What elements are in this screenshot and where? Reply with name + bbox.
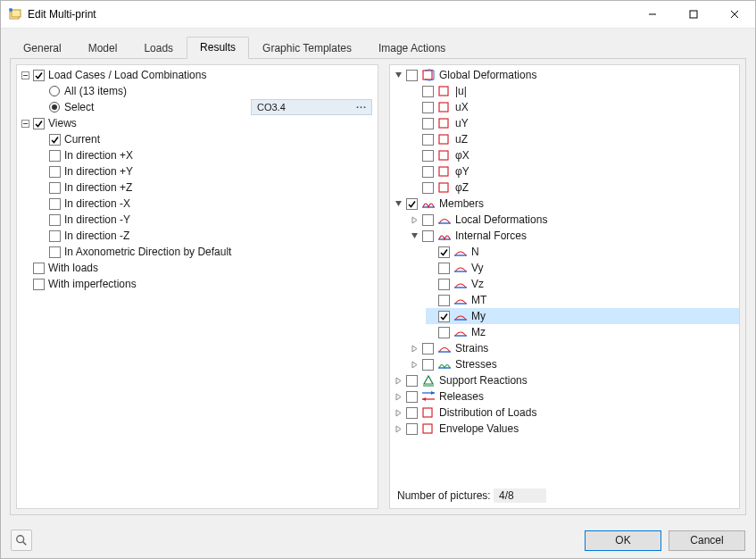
checkbox-phiy[interactable] bbox=[422, 166, 434, 178]
checkbox-n[interactable] bbox=[438, 246, 450, 258]
checkbox-uy[interactable] bbox=[422, 118, 434, 129]
deformation-icon bbox=[437, 116, 452, 130]
svg-rect-18 bbox=[439, 167, 448, 176]
deformation-icon bbox=[437, 132, 452, 146]
svg-marker-44 bbox=[396, 410, 401, 416]
checkbox-vy[interactable] bbox=[438, 263, 450, 274]
checkbox-with-loads[interactable] bbox=[33, 263, 45, 274]
chevron-right-icon[interactable] bbox=[410, 215, 420, 225]
radio-select[interactable] bbox=[49, 102, 60, 113]
deformation-icon bbox=[421, 421, 436, 436]
tab-results[interactable]: Results bbox=[187, 37, 249, 59]
member-diagram-icon bbox=[421, 196, 436, 211]
ok-button[interactable]: OK bbox=[585, 530, 661, 551]
checkbox-phix[interactable] bbox=[422, 150, 434, 162]
chevron-right-icon[interactable] bbox=[394, 376, 403, 386]
tab-graphic-templates[interactable]: Graphic Templates bbox=[249, 38, 365, 59]
svg-rect-14 bbox=[439, 103, 448, 112]
chevron-right-icon[interactable] bbox=[394, 392, 403, 402]
right-tree: Global Deformations |u| uX uY uZ φX φY φ… bbox=[390, 65, 739, 442]
stresses-icon bbox=[437, 357, 452, 371]
label-global-def: Global Deformations bbox=[439, 69, 536, 81]
member-diagram-icon bbox=[437, 213, 452, 227]
svg-marker-24 bbox=[411, 233, 418, 238]
checkbox-u[interactable] bbox=[422, 86, 434, 97]
select-value-field[interactable]: CO3.4 ··· bbox=[251, 99, 372, 115]
tab-loads[interactable]: Loads bbox=[130, 38, 187, 59]
selected-row: My bbox=[426, 308, 739, 324]
checkbox-stresses[interactable] bbox=[422, 359, 434, 371]
checkbox-dir-py[interactable] bbox=[49, 166, 61, 178]
checkbox-mz[interactable] bbox=[438, 327, 450, 338]
checkbox-with-imperfections[interactable] bbox=[33, 279, 45, 290]
maximize-button[interactable] bbox=[673, 1, 714, 28]
deformation-icon bbox=[437, 84, 452, 98]
checkbox-uz[interactable] bbox=[422, 134, 434, 146]
label-envelope: Envelope Values bbox=[439, 422, 519, 435]
checkbox-loadcases[interactable] bbox=[33, 70, 45, 81]
checkbox-support-reactions[interactable] bbox=[406, 375, 418, 387]
checkbox-mt[interactable] bbox=[438, 295, 450, 306]
member-diagram-icon bbox=[453, 293, 468, 307]
label-n: N bbox=[471, 246, 479, 258]
label-phix: φX bbox=[455, 149, 469, 162]
chevron-right-icon[interactable] bbox=[394, 408, 403, 418]
chevron-down-icon[interactable] bbox=[394, 71, 403, 80]
label-dir-px: In direction +X bbox=[64, 149, 133, 162]
deformation-icon bbox=[437, 100, 452, 114]
chevron-right-icon[interactable] bbox=[410, 360, 420, 370]
svg-marker-37 bbox=[424, 376, 433, 384]
checkbox-members[interactable] bbox=[406, 198, 418, 210]
svg-rect-19 bbox=[439, 183, 448, 192]
checkbox-dir-pz[interactable] bbox=[49, 182, 61, 194]
releases-icon bbox=[421, 389, 436, 404]
chevron-down-icon[interactable] bbox=[410, 231, 420, 241]
checkbox-current[interactable] bbox=[49, 134, 61, 146]
label-dir-pz: In direction +Z bbox=[64, 181, 132, 194]
checkbox-distribution[interactable] bbox=[406, 407, 418, 419]
member-diagram-icon bbox=[453, 245, 468, 259]
checkbox-my[interactable] bbox=[438, 311, 450, 322]
tab-general[interactable]: General bbox=[10, 38, 75, 59]
chevron-right-icon[interactable] bbox=[394, 424, 403, 434]
checkbox-vz[interactable] bbox=[438, 279, 450, 290]
minimize-button[interactable] bbox=[632, 1, 673, 28]
checkbox-envelope[interactable] bbox=[406, 423, 418, 435]
svg-marker-42 bbox=[431, 391, 435, 395]
close-button[interactable] bbox=[714, 1, 755, 28]
svg-point-2 bbox=[9, 8, 12, 12]
content: Load Cases / Load Combinations All (13 i… bbox=[10, 59, 746, 515]
cancel-button[interactable]: Cancel bbox=[669, 530, 745, 551]
right-pane: Global Deformations |u| uX uY uZ φX φY φ… bbox=[389, 64, 740, 509]
tab-model[interactable]: Model bbox=[75, 38, 131, 59]
svg-marker-11 bbox=[395, 72, 402, 78]
radio-all[interactable] bbox=[49, 86, 60, 96]
chevron-down-icon[interactable] bbox=[394, 199, 403, 209]
ellipsis-icon[interactable]: ··· bbox=[353, 101, 370, 113]
checkbox-local-def[interactable] bbox=[422, 214, 434, 226]
label-uz: uZ bbox=[455, 133, 468, 146]
checkbox-releases[interactable] bbox=[406, 391, 418, 403]
label-internal-forces: Internal Forces bbox=[455, 229, 527, 242]
checkbox-dir-mx[interactable] bbox=[49, 198, 61, 210]
collapse-icon[interactable] bbox=[21, 119, 30, 129]
tab-image-actions[interactable]: Image Actions bbox=[365, 38, 459, 59]
checkbox-ux[interactable] bbox=[422, 102, 434, 113]
checkbox-internal-forces[interactable] bbox=[422, 230, 434, 242]
checkbox-dir-px[interactable] bbox=[49, 150, 61, 162]
checkbox-strains[interactable] bbox=[422, 343, 434, 355]
help-button[interactable] bbox=[11, 530, 32, 551]
checkbox-global-def[interactable] bbox=[406, 70, 418, 81]
checkbox-views[interactable] bbox=[33, 118, 45, 129]
checkbox-phiz[interactable] bbox=[422, 182, 434, 194]
collapse-icon[interactable] bbox=[21, 71, 30, 80]
left-pane: Load Cases / Load Combinations All (13 i… bbox=[16, 64, 378, 509]
chevron-right-icon[interactable] bbox=[410, 344, 420, 354]
svg-line-49 bbox=[23, 542, 27, 546]
checkbox-dir-my[interactable] bbox=[49, 214, 61, 226]
pictures-label: Number of pictures: bbox=[397, 489, 491, 502]
label-vz: Vz bbox=[471, 278, 484, 290]
checkbox-axonometric[interactable] bbox=[49, 246, 61, 258]
svg-marker-39 bbox=[396, 394, 401, 400]
checkbox-dir-mz[interactable] bbox=[49, 230, 61, 242]
